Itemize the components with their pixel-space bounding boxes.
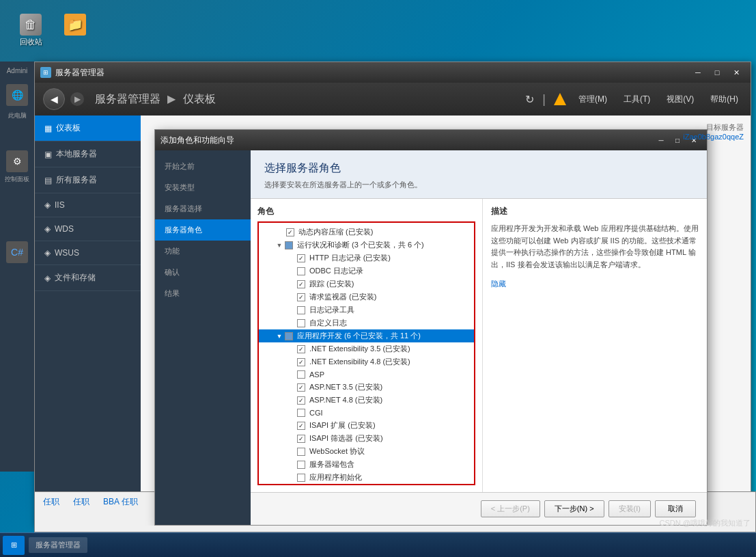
checkbox-app-init[interactable] [297,474,305,482]
csharp-icon[interactable]: C# [6,241,28,263]
network-icon: 🌐 [6,84,28,106]
dialog-nav-results[interactable]: 结果 [155,283,251,304]
bottom-item-3: BBA 任职 [103,496,138,508]
iis-icon: ◈ [44,200,51,210]
sidebar-item-wsus[interactable]: ◈ WSUS [35,241,141,265]
dialog-header: 选择服务器角色 选择要安装在所选服务器上的一个或多个角色。 [251,150,707,199]
dialog-titlebar: 添加角色和功能向导 ─ □ ✕ [155,130,707,150]
dialog-nav-features[interactable]: 功能 [155,241,251,262]
role-app-init[interactable]: 应用程序初始化 [259,471,474,484]
wds-icon: ◈ [44,224,51,234]
checkbox-net48-ext[interactable] [297,358,305,366]
role-custom-log[interactable]: 自定义日志 [259,316,474,329]
checkbox-trace[interactable] [297,280,305,288]
refresh-icon[interactable]: ↻ [525,93,534,106]
recycle-bin-icon[interactable]: 🗑 回收站 [10,14,51,47]
role-asp[interactable]: ASP [259,368,474,381]
checkbox-asp[interactable] [297,370,305,379]
forward-button[interactable]: ▶ [70,92,84,106]
server-manager-sidebar: ▦ 仪表板 ▣ 本地服务器 ▤ 所有服务器 ◈ IIS ◈ WDS [35,116,141,526]
tools-menu[interactable]: 工具(T) [619,91,654,108]
role-websocket[interactable]: WebSocket 协议 [259,445,474,458]
checkbox-app-dev[interactable] [285,332,293,340]
sidebar-item-files[interactable]: ◈ 文件和存储 [35,265,141,291]
minimize-button[interactable]: ─ [689,66,707,79]
install-button[interactable]: 安装(I) [608,500,651,517]
role-trace[interactable]: 跟踪 (已安装) [259,277,474,290]
role-dynamic-compress[interactable]: 动态内容压缩 (已安装) [259,226,474,239]
checkbox-custom-log[interactable] [297,319,305,327]
role-cgi[interactable]: CGI [259,407,474,419]
roles-area: 角色 [251,199,483,492]
taskbar: ⊞ 服务器管理器 [0,532,756,557]
role-req-monitor[interactable]: 请求监视器 (已安装) [259,290,474,303]
roles-list: 动态内容压缩 (已安装) ▼ 运行状 [259,223,474,485]
checkbox-log-tools[interactable] [297,306,305,314]
desktop: 🗑 回收站 📁 Admini 🌐 此电脑 ⚙ 控制面板 C# ⊞ 服务器管理器 … [0,0,756,557]
sidebar-item-local[interactable]: ▣ 本地服务器 [35,141,141,167]
checkbox-cgi[interactable] [297,409,305,417]
checkbox-http-log[interactable] [297,254,305,262]
maximize-button[interactable]: □ [708,66,726,79]
dialog-nav-confirm[interactable]: 确认 [155,262,251,283]
role-net35-ext[interactable]: .NET Extensibility 3.5 (已安装) [259,342,474,355]
admin-label: Admini [7,67,28,74]
checkbox-dynamic-compress[interactable] [286,228,294,236]
sidebar-item-iis[interactable]: ◈ IIS [35,193,141,217]
server-manager-titlebar: ⊞ 服务器管理器 ─ □ ✕ [35,62,751,83]
dashboard-icon: ▦ [44,124,52,133]
roles-list-container[interactable]: 动态内容压缩 (已安装) ▼ 运行状 [257,221,475,485]
dialog-nav-install-type[interactable]: 安装类型 [155,177,251,198]
role-runtime-diag[interactable]: ▼ 运行状况和诊断 (3 个已安装，共 6 个) [259,239,474,252]
role-aspnet48[interactable]: ASP.NET 4.8 (已安装) [259,394,474,407]
server-manager-content: ▦ 仪表板 ▣ 本地服务器 ▤ 所有服务器 ◈ IIS ◈ WDS [35,116,751,526]
role-isapi-ext[interactable]: ISAPI 扩展 (已安装) [259,419,474,432]
dialog-nav-before[interactable]: 开始之前 [155,156,251,177]
role-server-side[interactable]: 服务器端包含 [259,458,474,471]
prev-button[interactable]: < 上一步(P) [481,500,540,517]
checkbox-odbc-log[interactable] [297,267,305,275]
dialog-minimize-button[interactable]: ─ [654,134,669,146]
checkbox-server-side[interactable] [297,461,305,469]
checkbox-req-monitor[interactable] [297,293,305,301]
role-app-dev[interactable]: ▼ 应用程序开发 (6 个已安装，共 11 个) [259,329,474,342]
bottom-item-1: 任职 [43,496,59,508]
folder-icon[interactable]: 📁 [55,14,96,37]
manage-menu[interactable]: 管理(M) [574,91,611,108]
checkbox-runtime-diag[interactable] [285,241,293,249]
cancel-button[interactable]: 取消 [655,500,696,517]
checkbox-isapi-filter[interactable] [297,435,305,443]
back-button[interactable]: ◀ [43,88,65,110]
dialog-header-description: 选择要安装在所选服务器上的一个或多个角色。 [264,180,693,190]
role-isapi-filter[interactable]: ISAPI 筛选器 (已安装) [259,432,474,445]
role-aspnet35[interactable]: ASP.NET 3.5 (已安装) [259,381,474,394]
dialog-overlay: 添加角色和功能向导 ─ □ ✕ 开始之前 [141,116,751,526]
hide-link[interactable]: 隐藏 [491,279,699,289]
role-http-log[interactable]: HTTP 日志记录 (已安装) [259,252,474,264]
dialog-nav-server-roles[interactable]: 服务器角色 [155,219,251,241]
checkbox-aspnet35[interactable] [297,383,305,392]
view-menu[interactable]: 视图(V) [662,91,698,108]
sidebar-item-all[interactable]: ▤ 所有服务器 [35,167,141,193]
checkbox-net35-ext[interactable] [297,345,305,353]
close-button[interactable]: ✕ [727,66,745,79]
taskbar-server-manager[interactable]: 服务器管理器 [29,537,87,553]
dialog-header-title: 选择服务器角色 [264,161,693,176]
sidebar-item-dashboard[interactable]: ▦ 仪表板 [35,116,141,141]
control-panel-icon[interactable]: ⚙ [6,150,28,172]
checkbox-isapi-ext[interactable] [297,422,305,430]
help-menu[interactable]: 帮助(H) [706,91,742,108]
checkbox-websocket[interactable] [297,448,305,456]
server-manager-title: 服务器管理器 [55,67,689,79]
role-net48-ext[interactable]: .NET Extensibility 4.8 (已安装) [259,355,474,368]
all-icon: ▤ [44,176,52,185]
sidebar-item-wds[interactable]: ◈ WDS [35,217,141,241]
start-button[interactable]: ⊞ [3,536,25,555]
warning-icon [554,93,566,105]
next-button[interactable]: 下一步(N) > [544,500,604,517]
toolbar-title: 服务器管理器 ▶ 仪表板 [95,92,216,107]
dialog-nav-server-select[interactable]: 服务器选择 [155,198,251,219]
role-odbc-log[interactable]: ODBC 日志记录 [259,264,474,277]
role-log-tools[interactable]: 日志记录工具 [259,303,474,316]
checkbox-aspnet48[interactable] [297,396,305,405]
